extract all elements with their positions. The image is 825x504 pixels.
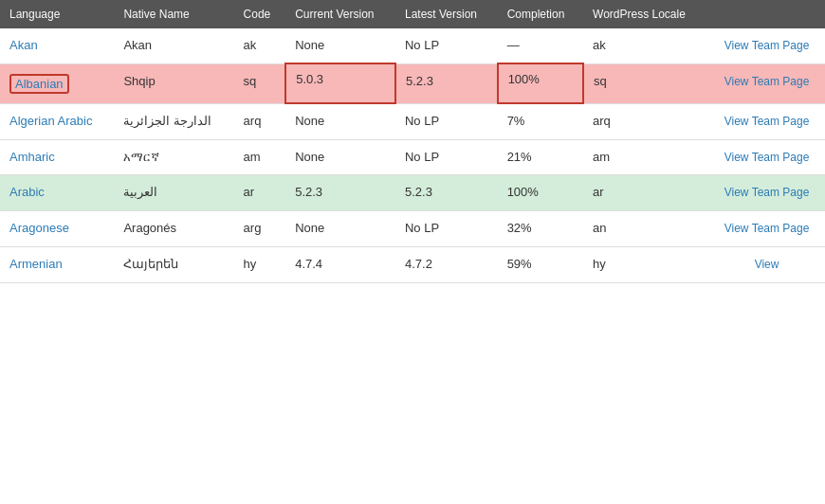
current-version: 4.7.4 — [285, 246, 395, 282]
latest-version: No LP — [395, 28, 498, 63]
current-version: 5.0.3 — [285, 63, 395, 103]
latest-version: 4.7.2 — [395, 246, 498, 282]
view-team-page-link[interactable]: View Team Page — [708, 139, 825, 175]
col-locale: WordPress Locale — [583, 0, 708, 28]
col-current: Current Version — [285, 0, 395, 28]
latest-version: No LP — [395, 211, 498, 247]
language-code: ak — [234, 28, 286, 63]
language-name[interactable]: Aragonese — [0, 211, 114, 247]
current-version: None — [285, 103, 395, 139]
latest-version: No LP — [395, 103, 498, 139]
completion-percent: 21% — [498, 139, 583, 175]
native-name: Հայերեն — [114, 246, 233, 282]
completion-percent: 32% — [498, 211, 583, 247]
view-team-page-link[interactable]: View Team Page — [708, 28, 825, 63]
wp-locale: sq — [583, 63, 708, 103]
col-language: Language — [0, 0, 114, 28]
wp-locale: ak — [583, 28, 708, 63]
wp-locale: am — [583, 139, 708, 175]
language-code: arg — [234, 211, 286, 247]
col-native: Native Name — [114, 0, 233, 28]
language-code: hy — [234, 246, 286, 282]
native-name: አማርኛ — [114, 139, 233, 175]
language-code: am — [234, 139, 286, 175]
wp-locale: an — [583, 211, 708, 247]
table-row: AragoneseAragonésargNoneNo LP32%anView T… — [0, 211, 825, 247]
table-row: AkanAkanakNoneNo LP—akView Team Page — [0, 28, 825, 63]
table-row: AmharicአማርኛamNoneNo LP21%amView Team Pag… — [0, 139, 825, 175]
completion-percent: — — [498, 28, 583, 63]
language-name[interactable]: Albanian — [0, 63, 114, 103]
language-name[interactable]: Arabic — [0, 175, 114, 211]
language-name[interactable]: Amharic — [0, 139, 114, 175]
completion-percent: 100% — [498, 63, 583, 103]
language-code: arq — [234, 103, 286, 139]
col-completion: Completion — [498, 0, 583, 28]
table-row: AlbanianShqipsq5.0.35.2.3100%sqView Team… — [0, 63, 825, 103]
wp-locale: arq — [583, 103, 708, 139]
latest-version: 5.2.3 — [395, 175, 498, 211]
current-version: None — [285, 139, 395, 175]
languages-table: Language Native Name Code Current Versio… — [0, 0, 825, 283]
wp-locale: ar — [583, 175, 708, 211]
native-name: Shqip — [114, 63, 233, 103]
view-team-page-link[interactable]: View — [708, 246, 825, 282]
current-version: 5.2.3 — [285, 175, 395, 211]
completion-percent: 100% — [498, 175, 583, 211]
language-name[interactable]: Algerian Arabic — [0, 103, 114, 139]
latest-version: No LP — [395, 139, 498, 175]
native-name: العربية — [114, 175, 233, 211]
native-name: Aragonés — [114, 211, 233, 247]
view-team-page-link[interactable]: View Team Page — [708, 211, 825, 247]
language-name[interactable]: Akan — [0, 28, 114, 63]
table-row: Arabicالعربيةar5.2.35.2.3100%arView Team… — [0, 175, 825, 211]
col-code: Code — [234, 0, 286, 28]
completion-percent: 59% — [498, 246, 583, 282]
current-version: None — [285, 28, 395, 63]
col-action — [708, 0, 825, 28]
table-row: Algerian Arabicالدارجة الجزائريةarqNoneN… — [0, 103, 825, 139]
native-name: Akan — [114, 28, 233, 63]
completion-percent: 7% — [498, 103, 583, 139]
current-version: None — [285, 211, 395, 247]
language-code: sq — [234, 63, 286, 103]
view-team-page-link[interactable]: View Team Page — [708, 103, 825, 139]
table-row: ArmenianՀայերենhy4.7.44.7.259%hyView — [0, 246, 825, 282]
view-team-page-link[interactable]: View Team Page — [708, 63, 825, 103]
language-name[interactable]: Armenian — [0, 246, 114, 282]
wp-locale: hy — [583, 246, 708, 282]
col-latest: Latest Version — [395, 0, 498, 28]
language-code: ar — [234, 175, 286, 211]
native-name: الدارجة الجزائرية — [114, 103, 233, 139]
view-team-page-link[interactable]: View Team Page — [708, 175, 825, 211]
latest-version: 5.2.3 — [395, 63, 498, 103]
